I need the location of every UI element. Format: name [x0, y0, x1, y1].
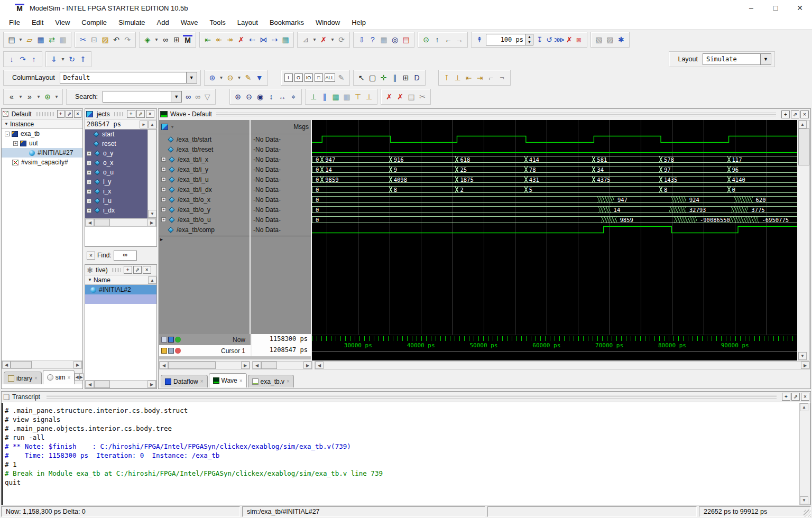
- collapse-icon[interactable]: -: [5, 132, 10, 136]
- chevron-down-icon[interactable]: ▼: [760, 54, 771, 64]
- transcript-header[interactable]: ❑ Transcript + ⇗ ×: [2, 392, 810, 402]
- close-tab-icon[interactable]: ×: [239, 378, 243, 384]
- wave-signal-i_dx[interactable]: +/exa_tb/i_dx: [159, 184, 250, 195]
- right-arrow-icon[interactable]: ▶: [140, 121, 148, 128]
- popout-icon[interactable]: ⇗: [791, 110, 799, 118]
- tab-scroll-left-icon[interactable]: ◀: [75, 373, 79, 381]
- zoom-range-icon[interactable]: ↔: [278, 92, 287, 101]
- wave-track-comp[interactable]: [312, 225, 797, 235]
- back-icon[interactable]: ←: [444, 35, 453, 44]
- filter-triangle-icon[interactable]: ▼: [4, 122, 8, 126]
- show-readers-icon[interactable]: ∥: [320, 92, 329, 101]
- show-grid-icon[interactable]: ▦: [379, 35, 389, 44]
- wave-signal-i_x[interactable]: +/exa_tb/i_x: [159, 154, 250, 164]
- step-out-icon[interactable]: ↑: [29, 54, 39, 64]
- object-signal-i_x[interactable]: +i_x: [85, 187, 147, 196]
- menu-file[interactable]: File: [3, 16, 26, 29]
- tree-item--initial-27[interactable]: #INITIAL#27: [2, 148, 82, 158]
- left-arrow-icon[interactable]: ◀: [86, 381, 94, 388]
- right-arrow-icon[interactable]: ▶: [147, 381, 156, 388]
- force-1-icon[interactable]: I: [284, 73, 293, 82]
- add-icon[interactable]: +: [127, 110, 135, 118]
- drag-grip[interactable]: [114, 112, 124, 116]
- zoom-cursor-icon[interactable]: ↕: [266, 92, 276, 101]
- right-arrow-icon[interactable]: ▶: [801, 362, 809, 369]
- wave-signal-reset[interactable]: /exa_tb/reset: [159, 144, 250, 154]
- scroll-thumb[interactable]: [94, 219, 110, 226]
- resize-grip[interactable]: [804, 510, 811, 517]
- wave-signal-start[interactable]: /exa_tb/start: [159, 134, 250, 144]
- run-until-icon[interactable]: ↻: [67, 54, 77, 64]
- close-tab-icon[interactable]: ×: [68, 375, 71, 381]
- filter-triangle-icon[interactable]: ▼: [88, 278, 92, 282]
- object-signal-o_u[interactable]: +o_u: [85, 168, 147, 177]
- expand-icon[interactable]: +: [161, 207, 166, 212]
- remove-wave-dropdown-icon[interactable]: ▾: [237, 73, 242, 82]
- trim-left-icon[interactable]: ✗: [384, 92, 394, 101]
- instance-column-header[interactable]: ▼ Instance: [2, 119, 82, 129]
- copy-icon[interactable]: ⊡: [89, 35, 99, 44]
- structure-panel-header[interactable]: Default + ⇗ ×: [2, 109, 82, 119]
- expand-icon[interactable]: +: [161, 157, 166, 162]
- wave-names-header[interactable]: ▾: [159, 120, 250, 134]
- snip-icon[interactable]: ✂: [418, 92, 427, 101]
- run-icon[interactable]: ↧: [535, 35, 545, 44]
- trim-right-icon[interactable]: ✗: [395, 92, 405, 101]
- expand-tree-icon[interactable]: ⊞: [172, 35, 181, 44]
- structure-hscrollbar[interactable]: ◀ ▶: [2, 360, 82, 369]
- link-environment-icon[interactable]: ⊙: [421, 35, 431, 44]
- cursor-label[interactable]: Cursor 1: [182, 347, 248, 355]
- expand-time-icon[interactable]: ▦: [331, 92, 340, 101]
- force-io-icon[interactable]: IO: [304, 73, 313, 82]
- timeline-ruler[interactable]: 30000 ps40000 ps50000 ps60000 ps70000 ps…: [312, 335, 797, 360]
- objects-panel-header[interactable]: jects + ⇗ ×: [85, 109, 156, 119]
- grid-mode-icon[interactable]: ⊞: [401, 73, 411, 82]
- tab-dataflow[interactable]: Dataflow×: [161, 375, 208, 387]
- zoom-area-mode-icon[interactable]: ▢: [368, 73, 377, 82]
- maximize-icon[interactable]: □: [763, 0, 788, 16]
- down-arrow-icon[interactable]: ▼: [148, 210, 156, 218]
- compile-dropdown-icon[interactable]: ▾: [154, 35, 159, 44]
- new-file-dropdown-icon[interactable]: ▾: [18, 35, 23, 44]
- step-into-icon[interactable]: ↓: [7, 54, 16, 64]
- compile-icon[interactable]: ◈: [143, 35, 152, 44]
- expand-icon[interactable]: +: [87, 170, 91, 175]
- column-layout-combo[interactable]: Default ▼: [60, 72, 197, 84]
- find-all-icon[interactable]: ∞: [193, 92, 202, 101]
- popout-icon[interactable]: ⇗: [66, 110, 73, 118]
- expand-icon[interactable]: +: [87, 151, 91, 156]
- close-icon[interactable]: ×: [143, 266, 151, 274]
- wave-signal-o_x[interactable]: +/exa_tb/o_x: [159, 195, 250, 205]
- chevron-down-icon[interactable]: ▼: [171, 91, 181, 102]
- show-dataflow-icon[interactable]: ▦: [281, 35, 290, 44]
- cut-after-icon[interactable]: »: [25, 92, 34, 101]
- right-arrow-icon[interactable]: ▶: [303, 362, 312, 369]
- process-row--initial-2[interactable]: #INITIAL#2: [85, 285, 156, 294]
- scroll-thumb[interactable]: [261, 362, 277, 369]
- open-folder-icon[interactable]: ▱: [25, 35, 34, 44]
- wave-track-o_y[interactable]: 014327933775: [312, 205, 797, 215]
- wave-track-i_y[interactable]: 01492578349796: [312, 164, 797, 174]
- refresh-gray-icon[interactable]: ⟳: [337, 35, 346, 44]
- minimize-icon[interactable]: –: [739, 0, 763, 16]
- add-icon[interactable]: +: [57, 110, 64, 118]
- examine-log-icon[interactable]: ◎: [390, 35, 400, 44]
- profile-1-icon[interactable]: ▧: [594, 35, 604, 44]
- objects-time-header[interactable]: 208547 ps ▶ ▲: [85, 119, 156, 130]
- scroll-thumb[interactable]: [94, 381, 110, 388]
- down-arrow-icon[interactable]: ▼: [798, 352, 807, 360]
- print-icon[interactable]: ▥: [58, 35, 68, 44]
- run-length-field[interactable]: 100 ps ▲ ▼: [486, 34, 533, 45]
- insert-time-marker-icon[interactable]: ⊺: [442, 73, 451, 82]
- close-icon[interactable]: ×: [800, 110, 809, 118]
- lock-icon[interactable]: [161, 348, 167, 354]
- wave-track-start[interactable]: [312, 134, 797, 144]
- up-arrow-icon[interactable]: ▲: [800, 403, 808, 411]
- delete-selection-icon[interactable]: ✗: [236, 35, 246, 44]
- waveform-canvas[interactable]: 0947916618414581578117014925783497960985…: [312, 120, 797, 360]
- prev-falling-edge-icon[interactable]: ↞: [214, 35, 224, 44]
- show-drivers-icon[interactable]: ⊥: [309, 92, 318, 101]
- modelsim-window-icon[interactable]: M: [183, 35, 192, 44]
- move-right-icon[interactable]: ⇥: [475, 73, 485, 82]
- paste-icon[interactable]: ▨: [100, 35, 110, 44]
